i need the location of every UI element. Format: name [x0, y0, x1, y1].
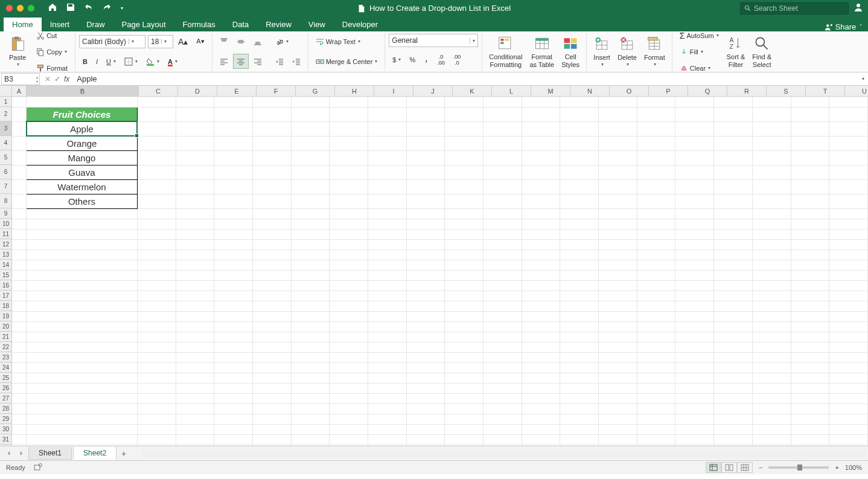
cell-S31[interactable] — [752, 434, 791, 445]
column-header-J[interactable]: J — [413, 86, 453, 96]
cell-G6[interactable] — [291, 165, 330, 179]
cell-B12[interactable] — [27, 239, 138, 249]
cell-T17[interactable] — [791, 291, 829, 301]
cell-M18[interactable] — [522, 301, 560, 311]
cell-L1[interactable] — [483, 97, 522, 107]
cell-B9[interactable] — [27, 208, 138, 219]
cell-B16[interactable] — [27, 280, 138, 291]
cell-N21[interactable] — [560, 332, 599, 342]
font-name-combo[interactable]: Calibri (Body)▾ — [79, 35, 145, 48]
cell-N20[interactable] — [560, 321, 599, 332]
cell-S10[interactable] — [752, 219, 791, 229]
row-header-27[interactable]: 27 — [0, 393, 11, 403]
cell-D21[interactable] — [176, 332, 214, 342]
cell-K31[interactable] — [445, 434, 483, 445]
cell-F32[interactable] — [252, 445, 291, 446]
cell-C15[interactable] — [137, 270, 176, 280]
cell-S5[interactable] — [752, 150, 791, 165]
cell-J22[interactable] — [406, 342, 445, 352]
cell-E17[interactable] — [214, 291, 253, 301]
cell-J26[interactable] — [406, 383, 445, 393]
row-header-5[interactable]: 5 — [0, 150, 11, 165]
cell-M22[interactable] — [522, 342, 560, 352]
cell-Q23[interactable] — [675, 352, 714, 362]
copy-button[interactable]: Copy▾ — [33, 44, 71, 59]
cell-O20[interactable] — [599, 321, 637, 332]
cell-D20[interactable] — [176, 321, 214, 332]
cell-F6[interactable] — [252, 165, 291, 179]
zoom-in-button[interactable]: + — [835, 464, 838, 471]
cell-M14[interactable] — [522, 260, 560, 270]
prev-sheet-button[interactable] — [2, 449, 15, 458]
cell-N3[interactable] — [560, 121, 599, 136]
row-header-15[interactable]: 15 — [0, 270, 11, 280]
cell-H7[interactable] — [330, 179, 368, 194]
cell-S25[interactable] — [752, 373, 791, 383]
cell-T5[interactable] — [791, 150, 829, 165]
cell-P10[interactable] — [637, 219, 675, 229]
cell-G29[interactable] — [291, 414, 330, 424]
increase-decimal-button[interactable]: .0.00 — [433, 52, 448, 67]
cell-N15[interactable] — [560, 270, 599, 280]
cell-M15[interactable] — [522, 270, 560, 280]
cell-E31[interactable] — [214, 434, 253, 445]
cell-P24[interactable] — [637, 362, 675, 373]
delete-cells-button[interactable]: Delete▾ — [614, 34, 640, 69]
cell-U18[interactable] — [829, 301, 868, 311]
cell-F29[interactable] — [252, 414, 291, 424]
next-sheet-button[interactable] — [15, 449, 28, 458]
cell-U32[interactable] — [829, 445, 868, 446]
cell-R25[interactable] — [714, 373, 753, 383]
cell-S6[interactable] — [752, 165, 791, 179]
row-header-7[interactable]: 7 — [0, 179, 11, 194]
cell-C5[interactable] — [137, 150, 176, 165]
cell-L8[interactable] — [483, 194, 522, 208]
cell-U29[interactable] — [829, 414, 868, 424]
cell-L19[interactable] — [483, 311, 522, 321]
column-header-P[interactable]: P — [649, 86, 688, 96]
cell-I13[interactable] — [368, 249, 406, 260]
cell-P1[interactable] — [637, 97, 675, 107]
cell-N13[interactable] — [560, 249, 599, 260]
cell-R28[interactable] — [714, 403, 753, 414]
cell-N27[interactable] — [560, 393, 599, 403]
cell-H2[interactable] — [330, 107, 368, 121]
cell-C12[interactable] — [137, 239, 176, 249]
cell-N10[interactable] — [560, 219, 599, 229]
cell-H10[interactable] — [330, 219, 368, 229]
column-header-L[interactable]: L — [492, 86, 531, 96]
share-button[interactable]: Share — [825, 22, 857, 31]
cell-A21[interactable] — [12, 332, 27, 342]
cell-L30[interactable] — [483, 424, 522, 434]
cell-C13[interactable] — [137, 249, 176, 260]
cell-E28[interactable] — [214, 403, 253, 414]
cell-T22[interactable] — [791, 342, 829, 352]
cell-U12[interactable] — [829, 239, 868, 249]
cell-L32[interactable] — [483, 445, 522, 446]
column-header-K[interactable]: K — [453, 86, 492, 96]
cell-I30[interactable] — [368, 424, 406, 434]
cell-R30[interactable] — [714, 424, 753, 434]
column-header-D[interactable]: D — [178, 86, 217, 96]
cell-D25[interactable] — [176, 373, 214, 383]
cell-Q9[interactable] — [675, 208, 714, 219]
cell-E16[interactable] — [214, 280, 253, 291]
add-sheet-button[interactable]: + — [117, 449, 130, 458]
tab-home[interactable]: Home — [4, 18, 42, 31]
cell-U30[interactable] — [829, 424, 868, 434]
cell-J12[interactable] — [406, 239, 445, 249]
cell-U16[interactable] — [829, 280, 868, 291]
cell-C17[interactable] — [137, 291, 176, 301]
cell-H3[interactable] — [330, 121, 368, 136]
cell-O21[interactable] — [599, 332, 637, 342]
cell-N8[interactable] — [560, 194, 599, 208]
cell-I15[interactable] — [368, 270, 406, 280]
cell-N31[interactable] — [560, 434, 599, 445]
cell-C29[interactable] — [137, 414, 176, 424]
cell-L7[interactable] — [483, 179, 522, 194]
cell-S14[interactable] — [752, 260, 791, 270]
cell-P2[interactable] — [637, 107, 675, 121]
cell-B13[interactable] — [27, 249, 138, 260]
page-layout-view-button[interactable] — [721, 462, 737, 473]
cell-O31[interactable] — [599, 434, 637, 445]
